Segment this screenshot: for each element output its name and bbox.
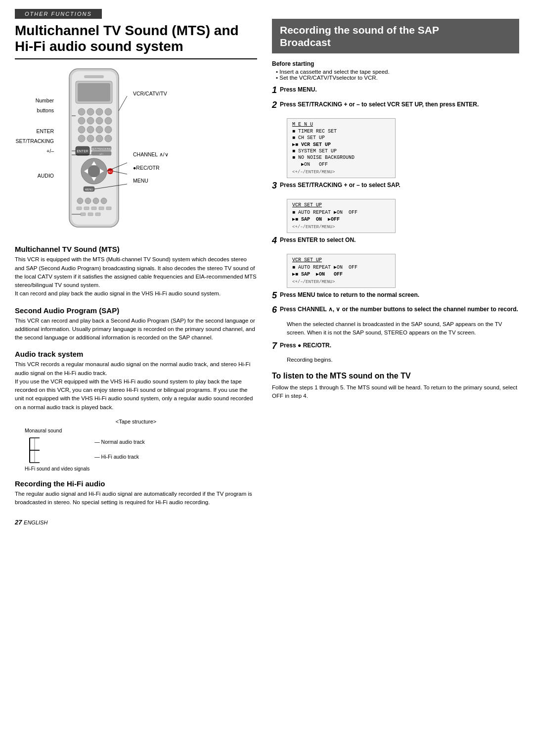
svg-point-5 xyxy=(78,108,85,115)
svg-text:MENU: MENU xyxy=(85,188,93,191)
svg-text:SET/TRACKING: SET/TRACKING xyxy=(91,147,112,150)
step-2: 2 Press SET/TRACKING + or – to select VC… xyxy=(272,100,519,110)
normal-track-label: — Normal audio track xyxy=(94,439,145,445)
menu-box-3-title: VCR SET UP xyxy=(292,257,390,263)
remote-diagram: Numberbuttons ENTER SET/TRACKING +/– AUD… xyxy=(15,66,257,236)
svg-rect-44 xyxy=(99,207,104,210)
step-1-label: Press MENU. xyxy=(280,86,317,93)
sap-title-line1: Recording the sound of the SAP xyxy=(280,24,511,36)
main-title: Multichannel TV Sound (MTS) and Hi-Fi au… xyxy=(15,23,257,59)
svg-point-38 xyxy=(85,198,91,204)
tape-left-side: Monaural sound xyxy=(25,427,89,472)
recording-hifi-body: The regular audio signal and Hi-Fi audio… xyxy=(15,490,257,507)
section-sap-body: This VCR can record and play back a Seco… xyxy=(15,317,257,342)
section-audio-track: Audio track system This VCR records a re… xyxy=(15,350,257,412)
monaural-label: Monaural sound xyxy=(25,427,89,433)
svg-point-28 xyxy=(88,165,100,177)
svg-line-49 xyxy=(119,96,127,111)
svg-rect-45 xyxy=(106,207,111,210)
label-rec-otr: ●REC/OTR xyxy=(133,164,169,172)
remote-svg: ENTER SET/TRACKING +/– xyxy=(57,66,131,235)
menu-item-1-0: ■ TIMER REC SET xyxy=(292,128,390,135)
svg-point-15 xyxy=(96,126,103,133)
tape-structure: <Tape structure> Monaural sound xyxy=(15,419,257,472)
section-sap-heading: Second Audio Program (SAP) xyxy=(15,306,257,315)
section-mts-heading: Multichannel TV Sound (MTS) xyxy=(15,245,257,253)
svg-point-10 xyxy=(87,117,94,124)
label-audio: AUDIO xyxy=(15,171,54,181)
before-starting: Before starting Insert a cassette and se… xyxy=(272,60,519,81)
before-starting-heading: Before starting xyxy=(272,60,519,67)
label-enter: ENTER xyxy=(15,127,54,137)
svg-text:ENTER: ENTER xyxy=(77,149,89,153)
step-4-label: Press ENTER to select ON. xyxy=(280,236,356,243)
svg-point-7 xyxy=(96,108,103,115)
step-1-number: 1 xyxy=(272,86,277,95)
menu-box-2-footer: <+/–/ENTER/MENU> xyxy=(292,225,390,230)
menu-item-1-3: ■ SYSTEM SET UP xyxy=(292,148,390,154)
svg-point-6 xyxy=(87,108,94,115)
step-3: 3 Press SET/TRACKING + or – to select SA… xyxy=(272,181,519,191)
section-audio-track-body: This VCR records a regular monaural audi… xyxy=(15,360,257,412)
page-label-value: ENGLISH xyxy=(24,520,47,525)
step-4-text: Press ENTER to select ON. xyxy=(280,236,519,244)
menu-box-2: VCR SET UP ■ AUTO REPEAT ▶ON OFF ▶■ SAP … xyxy=(287,199,396,233)
section-recording-hifi: Recording the Hi-Fi audio The regular au… xyxy=(15,479,257,507)
menu-box-1-footer: <+/–/ENTER/MENU> xyxy=(292,170,390,175)
label-vcr-catv-tv: VCR/CATV/TV xyxy=(133,90,169,97)
step-5-text: Press MENU twice to return to the normal… xyxy=(280,291,519,299)
svg-point-40 xyxy=(101,198,107,204)
page: OTHER FUNCTIONS Multichannel TV Sound (M… xyxy=(0,0,534,756)
svg-rect-48 xyxy=(95,213,100,216)
left-column: Multichannel TV Sound (MTS) and Hi-Fi au… xyxy=(15,19,257,526)
step-3-number: 3 xyxy=(272,181,277,191)
step-2-label: Press SET/TRACKING + or – to select VCR … xyxy=(280,101,479,108)
menu-item-1-4: ■ NO NOISE BACKGROUND xyxy=(292,154,390,161)
recording-hifi-heading: Recording the Hi-Fi audio xyxy=(15,479,257,488)
menu-item-2-0: ■ AUTO REPEAT ▶ON OFF xyxy=(292,209,390,216)
step-2-number: 2 xyxy=(272,100,277,110)
svg-point-13 xyxy=(78,126,85,133)
svg-point-20 xyxy=(105,135,112,142)
step-1: 1 Press MENU. xyxy=(272,86,519,95)
step-6-body: When the selected channel is broadcasted… xyxy=(287,320,519,337)
listen-section-body: Follow the steps 1 through 5. The MTS so… xyxy=(272,383,519,401)
menu-item-2-1: ▶■ SAP ON ▶OFF xyxy=(292,216,390,223)
svg-point-39 xyxy=(93,198,99,204)
svg-point-16 xyxy=(105,126,112,133)
svg-rect-41 xyxy=(77,207,82,210)
listen-section-heading: To listen to the MTS sound on the TV xyxy=(272,372,519,380)
step-1-text: Press MENU. xyxy=(280,86,519,94)
svg-rect-2 xyxy=(84,75,104,78)
menu-box-2-title: VCR SET UP xyxy=(292,202,390,208)
step-4-number: 4 xyxy=(272,236,277,246)
menu-item-3-1: ▶■ SAP ▶ON OFF xyxy=(292,271,390,278)
step-5: 5 Press MENU twice to return to the norm… xyxy=(272,291,519,301)
section-audio-track-heading: Audio track system xyxy=(15,350,257,358)
menu-box-3: VCR SET UP ■ AUTO REPEAT ▶ON OFF ▶■ SAP … xyxy=(287,254,396,288)
svg-point-19 xyxy=(96,135,103,142)
svg-point-11 xyxy=(96,117,103,124)
tape-right-labels: — Normal audio track — Hi-Fi audio track xyxy=(94,439,145,460)
tape-caption: Hi-Fi sound and video signals xyxy=(25,466,89,472)
svg-text:+/–: +/– xyxy=(99,152,104,155)
hifi-track-label: — Hi-Fi audio track xyxy=(94,454,145,460)
other-functions-banner: OTHER FUNCTIONS xyxy=(15,9,102,19)
remote-svg-container: ENTER SET/TRACKING +/– xyxy=(57,66,131,236)
tape-shape-svg xyxy=(25,435,74,465)
step-4: 4 Press ENTER to select ON. xyxy=(272,236,519,246)
tape-structure-title: <Tape structure> xyxy=(15,419,257,425)
step-6-number: 6 xyxy=(272,305,277,315)
section-sap: Second Audio Program (SAP) This VCR can … xyxy=(15,306,257,342)
menu-item-1-1: ■ CH SET UP xyxy=(292,135,390,141)
step-3-label: Press SET/TRACKING + or – to select SAP. xyxy=(280,182,400,189)
tape-diagram: Monaural sound xyxy=(15,427,257,472)
label-number-buttons: Numberbuttons xyxy=(15,96,54,116)
sap-title-line2: Broadcast xyxy=(280,36,511,48)
svg-point-9 xyxy=(78,117,85,124)
section-mts: Multichannel TV Sound (MTS) This VCR is … xyxy=(15,245,257,298)
svg-rect-46 xyxy=(81,213,86,216)
svg-point-37 xyxy=(77,198,83,204)
svg-point-14 xyxy=(87,126,94,133)
svg-point-12 xyxy=(105,117,112,124)
